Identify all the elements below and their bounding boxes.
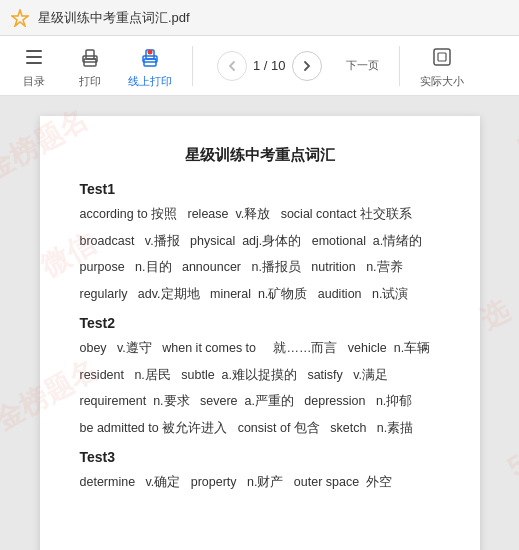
vocab-announcer: announcer n.播报员 <box>182 260 301 274</box>
actual-size-button[interactable]: 实际大小 <box>420 43 464 89</box>
print-label: 打印 <box>79 74 101 89</box>
vocab-determine: determine v.确定 <box>80 475 181 489</box>
test2-heading: Test2 <box>80 315 440 331</box>
vocab-regularly: regularly adv.定期地 <box>80 287 200 301</box>
test2-line-2: resident n.居民 subtle a.难以捉摸的 satisfy v.满… <box>80 364 440 387</box>
svg-rect-14 <box>438 53 446 61</box>
vocab-physical: physical adj.身体的 <box>190 234 301 248</box>
test1-line-2: broadcast v.播报 physical adj.身体的 emotiona… <box>80 230 440 253</box>
vocab-depression: depression n.抑郁 <box>304 394 412 408</box>
online-print-label: 线上打印 <box>128 74 172 89</box>
vocab-purpose: purpose n.目的 <box>80 260 172 274</box>
vocab-social-contact: social contact 社交联系 <box>281 207 412 221</box>
window-title: 星级训练中考重点词汇.pdf <box>38 9 190 27</box>
vocab-audition: audition n.试演 <box>318 287 409 301</box>
document-title: 星级训练中考重点词汇 <box>80 146 440 165</box>
svg-rect-3 <box>26 62 42 64</box>
svg-rect-13 <box>434 49 450 65</box>
document-area: 金榜题名 58 微信 选 金榜题名 58 星级训练中考重点词汇 Test1 ac… <box>0 96 519 550</box>
toc-icon <box>20 43 48 71</box>
actual-size-label: 实际大小 <box>420 74 464 89</box>
vocab-subtle: subtle a.难以捉摸的 <box>181 368 297 382</box>
online-print-icon <box>136 43 164 71</box>
next-page-label: 下一页 <box>346 58 379 73</box>
vocab-property: property n.财产 <box>191 475 284 489</box>
vocab-resident: resident n.居民 <box>80 368 171 382</box>
test3-heading: Test3 <box>80 449 440 465</box>
vocab-release: release v.释放 <box>188 207 271 221</box>
test3-line-1: determine v.确定 property n.财产 outer space… <box>80 471 440 494</box>
svg-rect-1 <box>26 50 42 52</box>
vocab-consist-of: consist of 包含 <box>238 421 320 435</box>
test1-line-1: according to 按照 release v.释放 social cont… <box>80 203 440 226</box>
svg-rect-5 <box>86 50 94 59</box>
toolbar: 目录 打印 线上打印 <box>0 36 519 96</box>
vocab-severe: severe a.严重的 <box>200 394 294 408</box>
print-icon <box>76 43 104 71</box>
test2-line-3: requirement n.要求 severe a.严重的 depression… <box>80 390 440 413</box>
actual-size-icon <box>428 43 456 71</box>
test2-line-4: be admitted to 被允许进入 consist of 包含 sketc… <box>80 417 440 440</box>
vocab-when-comes-to: when it comes to 就……而言 <box>162 341 337 355</box>
vocab-emotional: emotional a.情绪的 <box>312 234 423 248</box>
document-page: 星级训练中考重点词汇 Test1 according to 按照 release… <box>40 116 480 550</box>
vocab-sketch: sketch n.素描 <box>330 421 413 435</box>
svg-point-11 <box>154 58 156 60</box>
svg-point-12 <box>148 49 153 54</box>
online-print-button[interactable]: 线上打印 <box>128 43 172 89</box>
svg-rect-2 <box>26 56 42 58</box>
vocab-according-to: according to 按照 <box>80 207 178 221</box>
divider-1 <box>192 46 193 86</box>
print-button[interactable]: 打印 <box>72 43 108 89</box>
toc-label: 目录 <box>23 74 45 89</box>
divider-2 <box>399 46 400 86</box>
vocab-requirement: requirement n.要求 <box>80 394 190 408</box>
vocab-mineral: mineral n.矿物质 <box>210 287 307 301</box>
vocab-satisfy: satisfy v.满足 <box>307 368 388 382</box>
test1-heading: Test1 <box>80 181 440 197</box>
vocab-nutrition: nutrition n.营养 <box>311 260 402 274</box>
vocab-broadcast: broadcast v.播报 <box>80 234 180 248</box>
page-info: 1 / 10 <box>253 58 286 73</box>
vocab-obey: obey v.遵守 <box>80 341 152 355</box>
vocab-be-admitted-to: be admitted to 被允许进入 <box>80 421 228 435</box>
test1-line-4: regularly adv.定期地 mineral n.矿物质 audition… <box>80 283 440 306</box>
svg-point-7 <box>94 58 96 60</box>
next-page-button[interactable] <box>292 51 322 81</box>
test2-line-1: obey v.遵守 when it comes to 就……而言 vehicle… <box>80 337 440 360</box>
vocab-vehicle: vehicle n.车辆 <box>348 341 430 355</box>
svg-marker-0 <box>12 10 28 26</box>
page-navigation: 1 / 10 <box>217 51 322 81</box>
prev-page-button[interactable] <box>217 51 247 81</box>
app-icon <box>10 8 30 28</box>
test1-line-3: purpose n.目的 announcer n.播报员 nutrition n… <box>80 256 440 279</box>
title-bar: 星级训练中考重点词汇.pdf <box>0 0 519 36</box>
vocab-outer-space: outer space 外空 <box>294 475 392 489</box>
toc-button[interactable]: 目录 <box>16 43 52 89</box>
